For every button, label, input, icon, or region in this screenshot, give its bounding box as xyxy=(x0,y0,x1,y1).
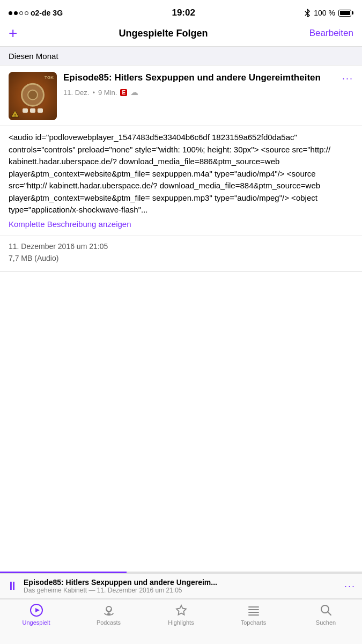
tab-ungespielt-icon xyxy=(29,603,44,618)
status-left: o2-de 3G xyxy=(9,9,63,17)
episode-description: <audio id="podlovewebplayer_1547483d5e33… xyxy=(0,126,362,236)
file-date: 11. Dezember 2016 um 21:05 xyxy=(9,240,353,252)
svg-rect-9 xyxy=(248,614,259,616)
carrier-label: o2-de xyxy=(31,9,50,17)
now-playing-subtitle: Das geheime Kabinett — 11. Dezember 2016… xyxy=(24,587,339,594)
tab-topcharts[interactable]: Topcharts xyxy=(238,603,270,639)
add-button[interactable]: + xyxy=(9,26,17,41)
file-info: 11. Dezember 2016 um 21:05 7,7 MB (Audio… xyxy=(0,236,362,272)
podcast-logo: TGK xyxy=(45,75,54,80)
tab-topcharts-label: Topcharts xyxy=(241,619,267,626)
tab-highlights-icon xyxy=(174,603,189,618)
episode-thumbnail[interactable]: ! TGK xyxy=(9,72,57,120)
tab-podcasts-label: Podcasts xyxy=(97,619,121,626)
episode-meta: 11. Dez. • 9 Min. E ☁ xyxy=(63,87,353,97)
cloud-download-icon[interactable]: ☁ xyxy=(130,87,138,97)
tab-highlights[interactable]: Highlights xyxy=(165,603,197,639)
network-label: 3G xyxy=(53,9,63,17)
episode-title[interactable]: Episode85: Hitlers Sexpuppen und andere … xyxy=(63,72,338,84)
status-time: 19:02 xyxy=(63,8,304,18)
episode-card: ! TGK Episode85: Hitlers Sexpuppen und a… xyxy=(0,65,362,126)
signal-dot-4 xyxy=(25,11,28,15)
svg-text:!: ! xyxy=(14,113,16,118)
battery-percent: 100 % xyxy=(314,9,335,17)
now-playing-bar: ⏸ Episode85: Hitlers Sexpuppen und ander… xyxy=(0,573,362,599)
file-size: 7,7 MB (Audio) xyxy=(9,252,353,264)
svg-rect-7 xyxy=(248,609,259,610)
pause-button[interactable]: ⏸ xyxy=(6,579,18,593)
tab-ungespielt[interactable]: Ungespielt xyxy=(20,603,53,639)
description-text: <audio id="podlovewebplayer_1547483d5e33… xyxy=(9,133,330,214)
thumb-dots xyxy=(23,108,43,113)
page-title: Ungespielte Folgen xyxy=(17,28,309,39)
tab-highlights-label: Highlights xyxy=(168,619,194,626)
tab-topcharts-icon xyxy=(246,603,261,618)
svg-rect-6 xyxy=(248,606,259,608)
tab-ungespielt-label: Ungespielt xyxy=(23,619,50,626)
episode-duration: 9 Min. xyxy=(98,89,117,97)
tab-suchen-label: Suchen xyxy=(316,619,336,626)
meta-separator: • xyxy=(92,89,95,97)
nav-bar: + Ungespielte Folgen Bearbeiten xyxy=(0,24,362,47)
tab-podcasts[interactable]: Podcasts xyxy=(93,603,125,639)
signal-dot-3 xyxy=(19,11,23,15)
signal-indicator xyxy=(9,11,28,15)
progress-fill xyxy=(0,572,127,573)
tab-suchen[interactable]: Suchen xyxy=(310,603,342,639)
signal-dot-2 xyxy=(14,11,18,15)
now-playing-info: Episode85: Hitlers Sexpuppen und andere … xyxy=(24,578,339,594)
now-playing-title[interactable]: Episode85: Hitlers Sexpuppen und andere … xyxy=(24,578,339,587)
tab-bar: Ungespielt Podcasts Highlights xyxy=(0,599,362,644)
episode-info: Episode85: Hitlers Sexpuppen und andere … xyxy=(63,72,353,97)
status-right: 100 % xyxy=(304,9,353,17)
playback-progress-bar xyxy=(0,572,362,573)
warning-icon: ! xyxy=(11,109,19,118)
status-bar: o2-de 3G 19:02 100 % xyxy=(0,0,362,24)
lock-decoration xyxy=(21,83,45,107)
svg-line-11 xyxy=(328,612,331,615)
edit-button[interactable]: Bearbeiten xyxy=(309,28,353,39)
show-more-link[interactable]: Komplette Beschreibung anzeigen xyxy=(9,218,353,231)
explicit-badge: E xyxy=(120,89,127,96)
svg-rect-8 xyxy=(248,612,259,613)
tab-suchen-icon xyxy=(319,603,334,618)
bluetooth-icon xyxy=(304,9,311,17)
battery-icon xyxy=(338,10,353,17)
tab-podcasts-icon xyxy=(101,603,116,618)
episode-date: 11. Dez. xyxy=(63,89,89,97)
now-playing-more-button[interactable]: ··· xyxy=(344,581,356,592)
svg-marker-2 xyxy=(35,608,40,612)
section-header: Diesen Monat xyxy=(0,47,362,65)
signal-dot-1 xyxy=(9,11,12,15)
episode-more-button[interactable]: ··· xyxy=(342,72,353,84)
